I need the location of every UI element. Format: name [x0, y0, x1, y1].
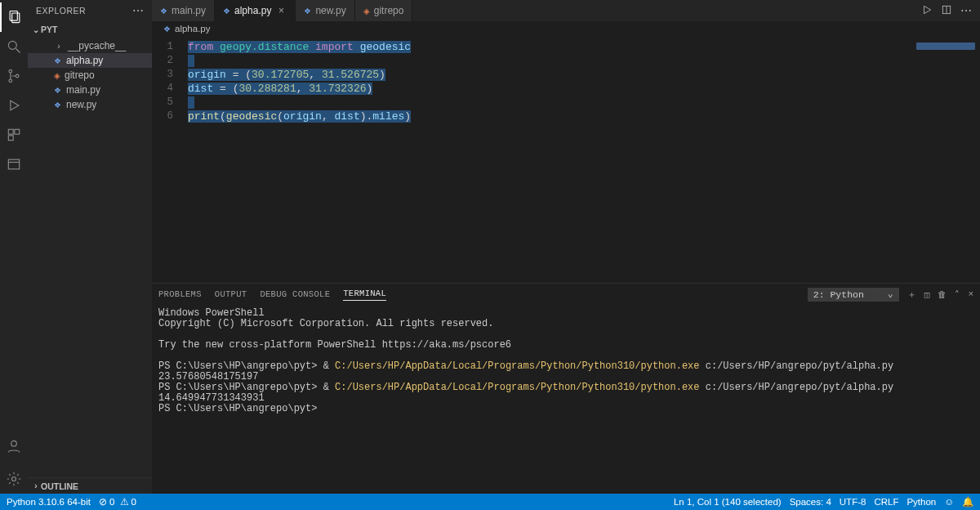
split-terminal-icon[interactable]: ◫ [924, 289, 930, 300]
tree-label: main.py [66, 84, 100, 96]
panel-tab-terminal[interactable]: TERMINAL [343, 289, 386, 301]
svg-rect-10 [8, 136, 13, 141]
line-gutter: 123456 [152, 36, 188, 283]
accounts-icon[interactable] [0, 432, 28, 461]
outline-section[interactable]: ›OUTLINE [28, 477, 152, 494]
source-control-icon[interactable] [0, 61, 28, 91]
status-bell-icon[interactable]: 🔔 [962, 496, 973, 508]
code-editor[interactable]: 123456 from geopy.distance import geodes… [152, 36, 980, 283]
breadcrumb[interactable]: ❖alpha.py [152, 21, 980, 36]
tab-new[interactable]: ❖new.py [296, 0, 354, 21]
run-icon[interactable] [921, 4, 933, 18]
svg-point-13 [11, 441, 17, 446]
svg-rect-0 [10, 11, 17, 21]
tab-gitrepo[interactable]: ◈gitrepo [355, 0, 413, 21]
svg-point-2 [8, 41, 16, 49]
status-eol[interactable]: CRLF [874, 497, 898, 507]
kill-terminal-icon[interactable]: 🗑 [938, 289, 947, 300]
maximize-panel-icon[interactable]: ˄ [955, 289, 960, 300]
tree-label: gitrepo [65, 69, 95, 81]
workspace-root-label: PYT [41, 25, 57, 34]
tab-label: alpha.py [234, 5, 271, 16]
outline-label: OUTLINE [41, 481, 78, 491]
terminal-selector[interactable]: 2: Python [808, 288, 899, 302]
tree-item-pycache[interactable]: ›__pycache__ [28, 38, 152, 53]
explorer-title: EXPLORER [36, 6, 86, 16]
close-icon[interactable]: × [275, 5, 287, 16]
terminal-body[interactable]: Windows PowerShellCopyright (C) Microsof… [152, 305, 980, 494]
explorer-more-icon[interactable]: ⋯ [132, 4, 145, 17]
explorer-sidebar: EXPLORER ⋯ ⌄PYT ›__pycache__ ❖alpha.py ◈… [28, 0, 152, 494]
svg-rect-1 [12, 13, 20, 23]
tab-more-icon[interactable]: ⋯ [960, 4, 972, 17]
run-debug-icon[interactable] [0, 91, 28, 120]
code-body: from geopy.distance import geodesic orig… [188, 36, 411, 283]
tab-label: gitrepo [374, 5, 404, 16]
svg-point-4 [9, 69, 12, 73]
tree-item-main[interactable]: ❖main.py [28, 83, 152, 97]
new-terminal-icon[interactable]: ＋ [907, 289, 916, 301]
status-python[interactable]: Python 3.10.6 64-bit [7, 497, 91, 507]
status-feedback-icon[interactable]: ☺ [944, 497, 954, 507]
settings-icon[interactable] [0, 464, 28, 494]
panel-tab-problems[interactable]: PROBLEMS [158, 289, 202, 299]
panel-tab-output[interactable]: OUTPUT [215, 289, 247, 299]
tree-item-alpha[interactable]: ❖alpha.py [28, 53, 152, 68]
tab-label: new.py [315, 5, 345, 16]
search-icon[interactable] [0, 32, 28, 61]
close-panel-icon[interactable]: × [968, 289, 973, 299]
tree-item-gitrepo[interactable]: ◈gitrepo [28, 68, 152, 83]
minimap[interactable] [916, 42, 975, 50]
tab-alpha[interactable]: ❖alpha.py× [215, 0, 296, 21]
status-encoding[interactable]: UTF-8 [840, 497, 866, 507]
status-problems[interactable]: ⊘0 ⚠0 [99, 496, 136, 508]
svg-line-3 [16, 49, 20, 53]
status-language[interactable]: Python [906, 497, 936, 507]
extensions-icon[interactable] [0, 120, 28, 150]
svg-point-6 [16, 74, 19, 78]
workspace-root[interactable]: ⌄PYT [28, 21, 152, 38]
tab-label: main.py [172, 5, 206, 16]
tree-item-new[interactable]: ❖new.py [28, 97, 152, 112]
tree-label: new.py [66, 99, 96, 110]
tree-label: __pycache__ [68, 40, 126, 51]
svg-marker-15 [924, 6, 931, 13]
svg-marker-7 [11, 101, 19, 110]
status-spaces[interactable]: Spaces: 4 [790, 497, 831, 507]
tab-main[interactable]: ❖main.py [152, 0, 215, 21]
svg-point-5 [9, 79, 12, 83]
status-lncol[interactable]: Ln 1, Col 1 (140 selected) [674, 497, 782, 507]
svg-point-14 [12, 477, 16, 481]
editor-tabbar: ❖main.py ❖alpha.py× ❖new.py ◈gitrepo ⋯ [152, 0, 980, 21]
bottom-panel: PROBLEMS OUTPUT DEBUG CONSOLE TERMINAL 2… [152, 283, 980, 494]
activity-bar [0, 0, 28, 494]
panel-tab-debugconsole[interactable]: DEBUG CONSOLE [260, 289, 330, 299]
svg-rect-8 [8, 129, 13, 134]
svg-rect-11 [8, 159, 19, 169]
breadcrumb-label: alpha.py [175, 24, 210, 34]
testing-icon[interactable] [0, 150, 28, 179]
svg-rect-9 [15, 129, 20, 134]
tree-label: alpha.py [66, 55, 103, 66]
split-editor-icon[interactable] [941, 4, 952, 18]
status-bar: Python 3.10.6 64-bit ⊘0 ⚠0 Ln 1, Col 1 (… [0, 494, 980, 510]
explorer-icon[interactable] [0, 2, 28, 32]
